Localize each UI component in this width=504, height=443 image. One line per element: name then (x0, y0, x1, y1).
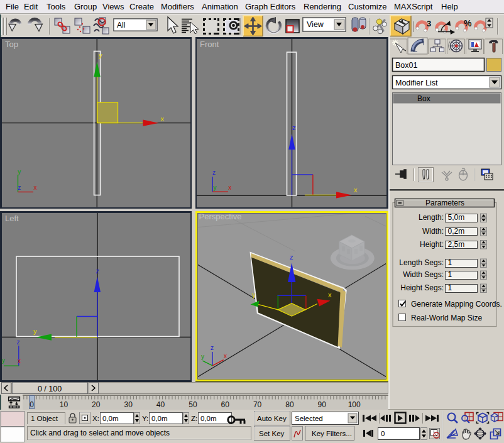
svg-text:50: 50 (189, 400, 197, 409)
svg-text:0: 0 (30, 400, 34, 409)
svg-text:y: y (33, 327, 37, 335)
svg-text:z: z (211, 344, 214, 351)
svg-text:z: z (292, 124, 296, 131)
svg-text:Z:: Z: (191, 415, 197, 422)
svg-text:y: y (2, 357, 5, 364)
svg-text:3: 3 (427, 19, 431, 28)
svg-text:Click and drag to select and m: Click and drag to select and move object… (30, 429, 170, 437)
svg-text:z: z (96, 267, 100, 275)
svg-text:Key Filters...: Key Filters... (312, 430, 352, 437)
svg-text:60: 60 (221, 400, 230, 409)
svg-text:y: y (99, 52, 102, 59)
svg-text:Y:: Y: (142, 415, 148, 422)
svg-text:z: z (18, 184, 21, 191)
svg-text:40: 40 (156, 400, 165, 409)
svg-text:0,0m: 0,0m (200, 415, 217, 422)
svg-text:x: x (354, 186, 358, 194)
svg-text:x: x (328, 291, 332, 298)
svg-text:0 / 100: 0 / 100 (38, 385, 62, 393)
svg-text:20: 20 (92, 400, 101, 409)
svg-text:y: y (214, 184, 217, 191)
svg-text:z: z (17, 339, 20, 346)
svg-text:0,0m: 0,0m (151, 415, 168, 422)
svg-text:%: % (464, 18, 472, 28)
svg-text:10: 10 (60, 400, 68, 409)
svg-text:x: x (18, 358, 21, 364)
svg-text:y: y (201, 353, 204, 360)
svg-text:Front: Front (200, 40, 219, 49)
svg-text:y: y (252, 291, 256, 298)
svg-text:1 Object: 1 Object (31, 415, 58, 422)
svg-text:X:: X: (92, 415, 99, 422)
svg-text:30: 30 (124, 400, 133, 409)
svg-text:Auto Key: Auto Key (257, 415, 287, 422)
svg-text:x: x (224, 353, 227, 359)
svg-text:x: x (161, 115, 165, 123)
svg-text:0: 0 (381, 430, 385, 437)
svg-text:View: View (307, 20, 324, 29)
svg-text:Selected: Selected (295, 415, 323, 422)
svg-text:70: 70 (253, 400, 262, 409)
svg-text:0,0m: 0,0m (102, 415, 119, 422)
svg-text:x: x (33, 184, 36, 191)
svg-text:z: z (212, 169, 216, 176)
svg-text:90: 90 (318, 400, 327, 409)
svg-text:100: 100 (348, 400, 361, 409)
svg-text:z: z (290, 253, 293, 261)
svg-text:All: All (117, 21, 125, 30)
svg-text:Set Key: Set Key (259, 430, 285, 437)
svg-text:y: y (18, 168, 21, 175)
svg-text:x: x (228, 184, 231, 191)
svg-text:Top: Top (5, 40, 18, 49)
svg-text:Left: Left (5, 214, 19, 223)
svg-text:80: 80 (285, 400, 294, 409)
